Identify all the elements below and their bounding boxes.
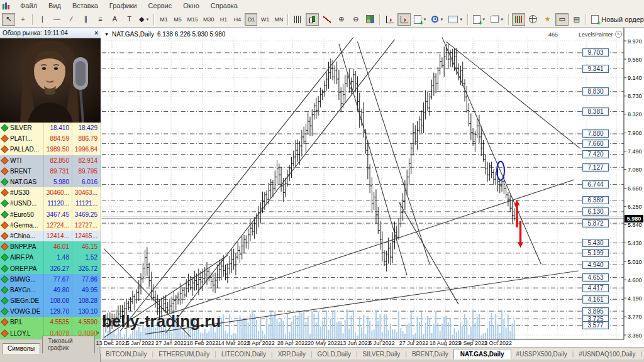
chart-tab-bitcoin[interactable]: BITCOIN,Daily [101,349,152,359]
navigator-button[interactable]: ★ [541,13,554,26]
horizontal-line-button[interactable]: ― [50,13,64,26]
menu-item-7[interactable]: Справка [205,1,243,10]
fibonacci-button[interactable]: ≡ [94,13,107,26]
new-chart-button[interactable]: ▼ [471,13,487,26]
terminal-toggle-icon: ▭ [559,16,565,23]
chart-tab-brent[interactable]: BRENT,Daily [407,349,453,359]
chart-title: ▼ NAT.GAS,Daily 6.138 6.226 5.930 5.980 [104,31,225,38]
menu-item-1[interactable]: Файл [14,1,43,10]
timeframe-button-d1[interactable]: D1 [245,13,257,26]
auto-scroll-button[interactable] [383,13,396,26]
timeframe-button-m5[interactable]: M5 [171,13,184,26]
chart-tab-xrp[interactable]: XRP,Daily [273,349,311,359]
market-watch-title: Обзор рынка: 19:11:04 [3,30,68,36]
market-watch-row-china[interactable]: #China...12414...12465... [0,231,101,241]
market-watch-row-bpl[interactable]: BP.L4.55354.5590 [0,317,101,327]
menu-item-5[interactable]: Сервис [143,1,178,10]
chart-tab-gold[interactable]: GOLD,Daily [313,349,356,359]
candlestick-mode-button[interactable] [306,13,319,26]
menu-item-3[interactable]: Вставка [67,1,104,10]
timeframe-button-w1[interactable]: W1 [258,13,271,26]
market-watch-toggle-button[interactable] [512,13,525,26]
timeframe-button-h1[interactable]: H1 [217,13,230,26]
market-watch-row-plati[interactable]: PLATI...884.59886.79 [0,133,101,144]
chart-tab-usndaq100[interactable]: #USNDAQ100,Daily [574,349,640,359]
horizontal-line-icon: ― [53,16,60,23]
ask-value: 89.795 [72,166,101,177]
market-watch-row-airfpa[interactable]: AIRF.PA1.481.52 [0,252,101,263]
toolbar-separator [586,14,587,25]
price-chart[interactable] [101,28,644,347]
timeframe-button-h4[interactable]: H4 [231,13,243,26]
channel-button[interactable]: ∥ [79,13,92,26]
timeframe-button-mn[interactable]: MN [272,13,285,26]
market-watch-row-silver[interactable]: SILVER18.41018.429 [0,123,101,133]
chevron-down-icon[interactable]: ▼ [104,32,109,36]
indicator-close-icon[interactable]: × [615,31,622,38]
arrow-down-icon [1,329,9,337]
market-watch-row-siegnde[interactable]: SIEGn.DE108.08108.28 [0,295,101,306]
panel-tab-symbols[interactable]: Символы [2,343,40,354]
market-watch-row-bnpppa[interactable]: BNPP.PA46.0146.15 [0,241,101,252]
templates-button[interactable]: ▼ [447,13,465,26]
market-watch-row-brent[interactable]: BRENT89.73189.795 [0,166,101,177]
tile-windows-button[interactable] [364,13,377,26]
indicators-button[interactable]: ▼ [412,13,428,26]
market-watch-row-pallad[interactable]: PALLAD...1989.501996.84 [0,144,101,155]
market-watch-row-natgas[interactable]: NAT.GAS5.9806.016 [0,177,101,187]
chart-tab-ethereum[interactable]: ETHEREUM,Daily [153,349,214,359]
arrow-up-icon [1,211,9,219]
menu-item-6[interactable]: Окно [177,1,205,10]
menu-item-2[interactable]: Вид [43,1,67,10]
menu-item-4[interactable]: Графики [104,1,143,10]
timeframe-button-m1[interactable]: M1 [157,13,170,26]
market-watch-row-germa[interactable]: #Germa...12724...12727... [0,220,101,231]
timeframe-button-m15[interactable]: M15 [185,13,200,26]
market-watch-row-baygn[interactable]: BAYGn...49.8049.95 [0,285,101,295]
navigator-icon: ★ [545,16,551,23]
zoom-in-button[interactable]: ⊕ [335,13,348,26]
trendline-button[interactable]: ∕ [65,13,78,26]
shapes-dropdown-button[interactable]: ◆▼ [137,13,151,26]
label-tool-button[interactable]: T [123,13,136,26]
vertical-line-button[interactable]: ∣ [36,13,49,26]
chart-shift-button[interactable] [397,13,411,26]
market-watch-row-usnd[interactable]: #USND...11120...11121... [0,198,101,209]
price-axis-label: 8.730 [628,93,642,99]
new-order-button[interactable]: Новый ордер [589,13,644,26]
market-watch-row-vowgde[interactable]: VOWG.DE129.70130.10 [0,306,101,317]
market-watch-row-us30[interactable]: #US3030460...30463... [0,187,101,198]
terminal-toggle-button[interactable]: ▭ [555,13,569,26]
profiles-button[interactable]: ▼ [489,13,506,26]
market-watch-row-wti[interactable]: WTI82.85082.914 [0,155,101,166]
data-window-button[interactable] [526,13,540,26]
line-chart-mode-button[interactable] [320,13,333,26]
crosshair-tool-button[interactable]: + [16,13,30,26]
close-icon[interactable]: × [94,30,98,36]
new-order-label: Новый ордер [601,16,644,23]
level-label: 5.872 [582,219,609,228]
chart-tab-usspx500[interactable]: #USSPX500,Daily [511,349,572,359]
symbol-cell: VOWG.DE [0,306,44,317]
zoom-out-button[interactable]: ⊖ [349,13,362,26]
chart-symbol-label: NAT.GAS,Daily [112,31,154,38]
text-tool-button[interactable]: A [108,13,121,26]
periods-button[interactable]: ▼ [430,13,445,26]
profiles-icon [491,16,499,23]
cursor-tool-button[interactable]: ↖ [2,13,15,26]
market-watch-row-euro50[interactable]: #Euro503467.453469.25 [0,209,101,220]
chevron-down-icon[interactable]: ˅ [96,330,99,336]
bar-chart-mode-button[interactable] [291,13,304,26]
chart-window[interactable]: belly-trading.ru ▼ NAT.GAS,Daily 6.138 6… [101,28,644,362]
panel-tab-tick-chart[interactable]: Тиковый график [42,336,95,353]
chart-tab-silver[interactable]: SILVER,Daily [358,349,406,359]
symbol-label: #USND... [10,200,36,207]
market-watch-row-oreppa[interactable]: OREP.PA326.27326.72 [0,263,101,273]
strategy-tester-button[interactable]: ▤ [570,13,583,26]
chart-tab-litecoin[interactable]: LITECOIN,Daily [216,349,271,359]
app-logo-icon [3,3,11,9]
timeframe-button-m30[interactable]: M30 [201,13,216,26]
market-watch-row-bmwg[interactable]: BMWG...77.6777.86 [0,274,101,285]
chart-tab-natgas[interactable]: NAT.GAS,Daily [453,349,511,359]
ask-value: 886.79 [72,133,101,144]
